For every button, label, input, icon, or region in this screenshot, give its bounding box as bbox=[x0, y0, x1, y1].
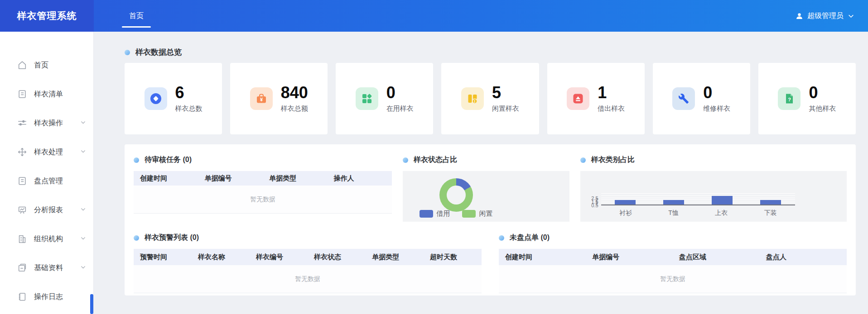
inventory-pending-section: 未盘点单 (0) 创建时间 单据编号 盘点区域 盘点人 暂无数据 bbox=[499, 233, 847, 293]
pending-tasks-empty-state: 暂无数据 bbox=[134, 186, 392, 214]
dashboard-panel: 待审核任务 (0) 创建时间 单据编号 单据类型 操作人 暂无数据 样衣状态占比 bbox=[125, 144, 856, 295]
sidebar-item-label: 基础资料 bbox=[34, 263, 63, 273]
sidebar: 首页 样衣清单 样衣操作 样衣处理 盘点管理 分析报表 组织机构 bbox=[0, 32, 94, 314]
sidebar-item-sample-list[interactable]: 样衣清单 bbox=[0, 80, 93, 109]
category-bar bbox=[760, 200, 781, 205]
status-chart-title: 样衣状态占比 bbox=[403, 155, 569, 165]
stat-cards-row: 6 样衣总数 ¥ 840 样衣总额 0 在用样衣 ! bbox=[125, 63, 856, 134]
money-bag-icon: ¥ bbox=[250, 87, 273, 110]
legend-item-borrowed: 借用 bbox=[420, 209, 450, 218]
section-dot-icon bbox=[125, 50, 130, 55]
sliders-icon bbox=[17, 118, 27, 128]
sidebar-item-label: 分析报表 bbox=[34, 205, 63, 215]
doc-question-icon: ? bbox=[778, 87, 800, 110]
sidebar-item-base-data[interactable]: 基础资料 bbox=[0, 253, 93, 282]
stat-label: 借出样衣 bbox=[598, 105, 625, 113]
column-header: 样衣编号 bbox=[250, 253, 308, 262]
x-axis-labels: 衬衫 T恤 上衣 下装 bbox=[601, 209, 795, 217]
status-donut-chart: 借用 闲置 bbox=[403, 171, 569, 222]
section-dot-icon bbox=[134, 157, 139, 163]
sidebar-item-logs[interactable]: 操作日志 bbox=[0, 282, 93, 311]
sidebar-item-label: 组织机构 bbox=[34, 234, 63, 244]
warning-list-empty-state: 暂无数据 bbox=[134, 265, 482, 293]
eject-box-icon bbox=[567, 87, 589, 110]
section-dot-icon bbox=[403, 157, 408, 163]
svg-text:!: ! bbox=[474, 99, 476, 104]
tab-home[interactable]: 首页 bbox=[126, 0, 146, 32]
stat-card-total-amount: ¥ 840 样衣总额 bbox=[230, 63, 328, 134]
stat-value: 0 bbox=[703, 84, 730, 101]
column-header: 盘点区域 bbox=[673, 253, 760, 262]
sidebar-item-reports[interactable]: 分析报表 bbox=[0, 195, 93, 224]
category-bar bbox=[663, 200, 684, 205]
stat-value: 0 bbox=[386, 84, 414, 101]
legend-item-idle: 闲置 bbox=[462, 209, 493, 218]
status-donut bbox=[439, 178, 473, 212]
sidebar-item-organization[interactable]: 组织机构 bbox=[0, 224, 93, 253]
sidebar-item-label: 盘点管理 bbox=[34, 176, 63, 186]
status-chart-section: 样衣状态占比 借用 闲置 bbox=[403, 155, 569, 223]
svg-text:?: ? bbox=[788, 97, 791, 102]
sidebar-item-sample-handle[interactable]: 样衣处理 bbox=[0, 138, 93, 167]
inventory-pending-table-header: 创建时间 单据编号 盘点区域 盘点人 bbox=[499, 249, 847, 265]
diamond-coin-icon bbox=[145, 87, 167, 110]
sidebar-item-inventory[interactable]: 盘点管理 bbox=[0, 167, 93, 195]
column-header: 单据类型 bbox=[366, 253, 424, 262]
stat-card-idle: ! 5 闲置样衣 bbox=[441, 63, 539, 134]
sidebar-item-label: 样衣清单 bbox=[34, 90, 63, 99]
stat-label: 其他样衣 bbox=[809, 105, 836, 113]
user-menu[interactable]: 超级管理员 bbox=[796, 0, 854, 32]
column-header: 操作人 bbox=[327, 174, 391, 183]
presentation-chart-icon bbox=[17, 205, 27, 215]
inventory-pending-title: 未盘点单 (0) bbox=[499, 233, 847, 243]
sidebar-item-home[interactable]: 首页 bbox=[0, 51, 93, 80]
notebook-icon bbox=[17, 292, 27, 302]
stat-label: 维修样衣 bbox=[703, 105, 730, 113]
copy-files-icon bbox=[17, 263, 27, 273]
chevron-down-icon bbox=[80, 264, 86, 272]
warning-list-title: 样衣预警列表 (0) bbox=[134, 233, 482, 243]
column-header: 单据编号 bbox=[198, 174, 262, 183]
stat-card-repair: 0 维修样衣 bbox=[653, 63, 750, 134]
inventory-pending-empty-state: 暂无数据 bbox=[499, 265, 847, 293]
warning-list-section: 样衣预警列表 (0) 预警时间 样衣名称 样衣编号 样衣状态 单据类型 超时天数… bbox=[134, 233, 482, 293]
wrench-icon bbox=[672, 87, 695, 110]
top-header: 样衣管理系统 首页 超级管理员 bbox=[0, 0, 868, 32]
building-icon bbox=[17, 234, 27, 244]
category-chart-section: 样衣类别占比 2.5 2 1.5 1 0.5 bbox=[580, 155, 847, 223]
column-header: 样衣状态 bbox=[308, 253, 366, 262]
sidebar-item-sample-ops[interactable]: 样衣操作 bbox=[0, 109, 93, 138]
tiles-alert-icon: ! bbox=[461, 87, 484, 110]
stat-value: 6 bbox=[175, 84, 203, 101]
stat-label: 样衣总数 bbox=[175, 105, 203, 113]
category-bar bbox=[712, 196, 733, 205]
column-header: 盘点人 bbox=[760, 253, 847, 262]
category-chart-title: 样衣类别占比 bbox=[580, 155, 847, 165]
chevron-down-icon bbox=[80, 148, 86, 156]
legend-swatch bbox=[420, 210, 433, 218]
stat-value: 840 bbox=[281, 84, 308, 101]
overview-section-title: 样衣数据总览 bbox=[125, 47, 856, 57]
column-header: 超时天数 bbox=[424, 253, 482, 262]
category-bar bbox=[615, 200, 636, 205]
stat-value: 5 bbox=[492, 84, 519, 101]
stat-card-total-count: 6 样衣总数 bbox=[125, 63, 222, 134]
chevron-down-icon bbox=[848, 13, 854, 19]
document-icon bbox=[17, 89, 27, 99]
warning-list-table-header: 预警时间 样衣名称 样衣编号 样衣状态 单据类型 超时天数 bbox=[134, 249, 482, 265]
chevron-down-icon bbox=[80, 119, 86, 127]
stat-card-lent-out: 1 借出样衣 bbox=[547, 63, 645, 134]
legend-swatch bbox=[462, 210, 476, 218]
bar-plot-area bbox=[601, 194, 795, 205]
home-icon bbox=[17, 60, 27, 70]
stat-value: 0 bbox=[809, 84, 836, 101]
document-icon bbox=[17, 176, 27, 186]
section-dot-icon bbox=[580, 157, 586, 163]
main-content: 样衣数据总览 6 样衣总数 ¥ 840 样衣总额 bbox=[94, 32, 868, 314]
sidebar-item-label: 样衣处理 bbox=[34, 147, 63, 157]
sidebar-item-label: 操作日志 bbox=[34, 292, 63, 302]
column-header: 创建时间 bbox=[134, 174, 198, 183]
sidebar-scrollbar[interactable] bbox=[90, 294, 93, 314]
status-chart-legend: 借用 闲置 bbox=[420, 209, 493, 218]
svg-text:¥: ¥ bbox=[260, 97, 263, 102]
